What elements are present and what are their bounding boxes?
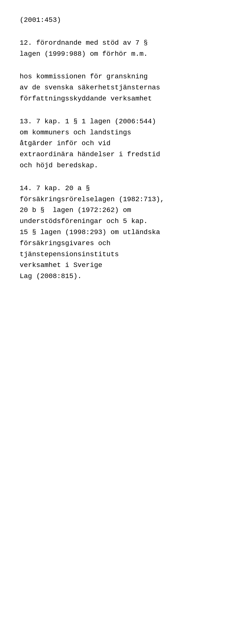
paragraph-14: 14. 7 kap. 20 a § försäkringsrörelselage… xyxy=(20,183,216,282)
citation-text: (2001:453) xyxy=(20,16,61,24)
paragraph-commission: hos kommissionen för granskning av de sv… xyxy=(20,71,216,104)
paragraph-13-text: 13. 7 kap. 1 § 1 lagen (2006:544) om kom… xyxy=(20,118,160,169)
paragraph-12: 12. förordnande med stöd av 7 § lagen (1… xyxy=(20,38,216,60)
commission-text: hos kommissionen för granskning av de sv… xyxy=(20,73,160,102)
paragraph-citation: (2001:453) xyxy=(20,15,216,26)
paragraph-14-text: 14. 7 kap. 20 a § försäkringsrörelselage… xyxy=(20,184,164,280)
main-content: (2001:453) 12. förordnande med stöd av 7… xyxy=(20,15,216,282)
paragraph-12-text: 12. förordnande med stöd av 7 § lagen (1… xyxy=(20,39,148,58)
paragraph-13: 13. 7 kap. 1 § 1 lagen (2006:544) om kom… xyxy=(20,116,216,171)
